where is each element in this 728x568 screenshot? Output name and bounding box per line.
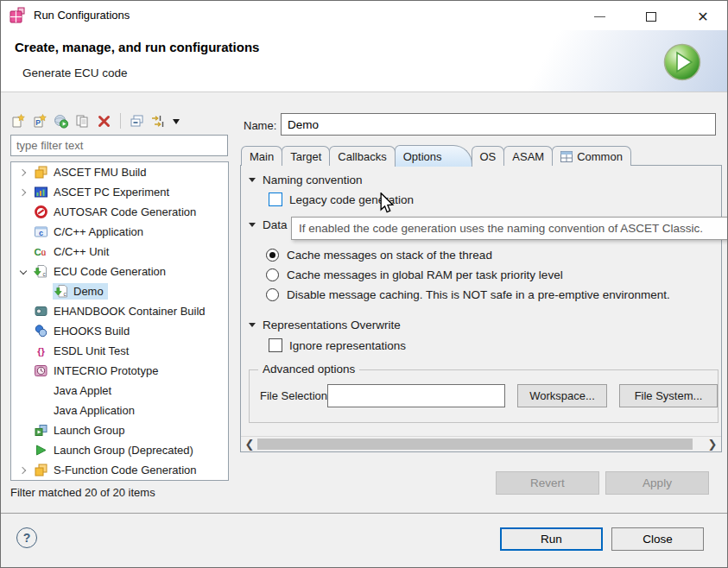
- chevron-spacer: [16, 404, 30, 418]
- run-configurations-icon: [9, 7, 27, 24]
- minimize-button[interactable]: [586, 6, 612, 27]
- tree-item-launch-group[interactable]: Launch Group: [11, 420, 228, 440]
- new-prototype-icon[interactable]: P: [32, 114, 47, 129]
- tree-item-demo[interactable]: c Demo: [11, 281, 228, 301]
- help-button[interactable]: ?: [16, 527, 37, 548]
- tree-item-s-function-code-generation[interactable]: S-Function Code Generation: [11, 460, 228, 480]
- button-label: Close: [643, 533, 673, 546]
- tab-label: Common: [577, 150, 623, 163]
- new-launch-config-icon[interactable]: [10, 114, 25, 129]
- radio-button[interactable]: [266, 268, 279, 281]
- expand-chevron-icon[interactable]: [16, 464, 30, 477]
- tree-item-launch-group-deprecated[interactable]: Launch Group (Deprecated): [11, 440, 228, 460]
- tab-target[interactable]: Target: [282, 146, 330, 166]
- scrollbar-thumb[interactable]: [257, 439, 693, 450]
- revert-button[interactable]: Revert: [496, 471, 599, 495]
- title-bar: Run Configurations ✕: [1, 1, 727, 30]
- legacy-code-generation-checkbox[interactable]: [269, 192, 282, 206]
- selected-tree-item: c Demo: [53, 283, 108, 300]
- launch-group-icon: [34, 423, 48, 438]
- ignore-representations-checkbox[interactable]: [269, 338, 282, 352]
- tab-os[interactable]: OS: [472, 146, 505, 166]
- run-button[interactable]: Run: [500, 527, 603, 551]
- name-input[interactable]: [281, 113, 716, 136]
- ascet-pc-experiment-icon: [34, 185, 48, 199]
- chevron-spacer: [16, 305, 30, 319]
- tree-item-c-cpp-unit[interactable]: Cü C/C++ Unit: [11, 242, 228, 262]
- tab-common[interactable]: Common: [552, 146, 631, 166]
- options-tab-content: Naming convention Legacy code generation…: [240, 165, 722, 452]
- tab-bar: Main Target Callbacks Options OS ASAM Co…: [241, 145, 630, 166]
- tree-item-autosar-code-generation[interactable]: AUTOSAR Code Generation: [11, 202, 228, 222]
- tab-label: Target: [290, 150, 321, 163]
- tree-item-java-application[interactable]: Java Application: [11, 401, 228, 420]
- data-section[interactable]: Data: [249, 218, 288, 231]
- tree-item-label: INTECRIO Prototype: [54, 364, 158, 377]
- radio-button-selected[interactable]: [266, 249, 279, 262]
- section-twistie-icon: [249, 178, 256, 182]
- button-label: Workspace...: [529, 389, 595, 402]
- tab-label: ASAM: [512, 150, 544, 163]
- help-icon: ?: [23, 531, 31, 545]
- horizontal-scrollbar[interactable]: ❮ ❯: [241, 436, 721, 451]
- tree-item-c-cpp-application[interactable]: c C/C++ Application: [11, 222, 228, 242]
- duplicate-launch-config-icon[interactable]: [75, 114, 90, 129]
- icon-spacer: [34, 403, 48, 418]
- chevron-spacer: [16, 225, 30, 239]
- tab-label: Callbacks: [338, 150, 386, 163]
- chevron-spacer: [16, 364, 30, 378]
- file-selection-input[interactable]: [327, 384, 505, 407]
- filter-input[interactable]: [10, 135, 228, 156]
- export-launch-config-icon[interactable]: [54, 114, 68, 129]
- collapse-chevron-icon[interactable]: [16, 265, 30, 279]
- tree-item-ehandbook-container-build[interactable]: EHANDBOOK Container Build: [11, 301, 228, 321]
- esdl-icon: {}: [34, 344, 48, 358]
- tree-item-ascet-fmu-build[interactable]: ASCET FMU Build: [11, 162, 228, 182]
- ehandbook-icon: [34, 304, 48, 319]
- ehooks-icon: [34, 324, 48, 338]
- collapse-all-icon[interactable]: [130, 114, 144, 129]
- s-function-icon: [34, 463, 48, 477]
- banner-subtitle: Generate ECU code: [22, 66, 128, 79]
- delete-launch-config-icon[interactable]: [97, 114, 111, 129]
- expand-chevron-icon[interactable]: [16, 186, 30, 199]
- scroll-right-icon[interactable]: ❯: [706, 437, 719, 451]
- chevron-spacer: [16, 344, 30, 358]
- file-system-button[interactable]: File System...: [619, 384, 718, 407]
- close-window-button[interactable]: ✕: [690, 6, 716, 27]
- c-cpp-unit-icon: Cü: [34, 244, 48, 259]
- naming-convention-section[interactable]: Naming convention: [249, 174, 363, 186]
- radio-disable-caching[interactable]: Disable message caching. This is NOT saf…: [266, 287, 670, 302]
- maximize-button[interactable]: [638, 6, 664, 27]
- tree-item-label: C/C++ Application: [54, 225, 143, 238]
- radio-cache-stack[interactable]: Cache messages on stack of the thread: [266, 247, 492, 262]
- tree-item-esdl-unit-test[interactable]: {} ESDL Unit Test: [11, 341, 228, 361]
- representations-overwrite-section[interactable]: Representations Overwrite: [249, 319, 401, 331]
- radio-cache-global-ram[interactable]: Cache messages in global RAM per task pr…: [266, 267, 563, 282]
- toolbar-menu-chevron-icon[interactable]: [173, 119, 180, 124]
- tree-item-intecrio-prototype[interactable]: INTECRIO Prototype: [11, 361, 228, 381]
- workspace-button[interactable]: Workspace...: [517, 384, 607, 407]
- svg-text:P: P: [35, 118, 41, 127]
- tab-asam[interactable]: ASAM: [503, 146, 553, 166]
- apply-button[interactable]: Apply: [605, 471, 709, 495]
- ecu-code-generation-icon: c: [34, 264, 48, 279]
- section-title: Representations Overwrite: [263, 319, 401, 331]
- section-title: Naming convention: [263, 174, 363, 186]
- tree-item-ehooks-build[interactable]: EHOOKS Build: [11, 321, 228, 341]
- tree-item-java-applet[interactable]: Java Applet: [11, 381, 228, 401]
- radio-button[interactable]: [266, 288, 279, 301]
- tree-item-label: EHANDBOOK Container Build: [54, 305, 206, 318]
- expand-chevron-icon[interactable]: [16, 166, 30, 180]
- tree-item-ecu-code-generation[interactable]: c ECU Code Generation: [11, 262, 228, 281]
- close-button[interactable]: Close: [611, 527, 704, 551]
- name-label: Name:: [244, 119, 276, 132]
- chevron-spacer: [39, 285, 53, 299]
- tree-item-label: Launch Group: [54, 424, 124, 437]
- filter-icon[interactable]: [151, 114, 166, 129]
- tab-options[interactable]: Options: [395, 145, 472, 167]
- tab-callbacks[interactable]: Callbacks: [329, 146, 395, 166]
- tab-main[interactable]: Main: [241, 146, 282, 166]
- scroll-left-icon[interactable]: ❮: [243, 437, 256, 451]
- tree-item-ascet-pc-experiment[interactable]: ASCET PC Experiment: [11, 182, 228, 202]
